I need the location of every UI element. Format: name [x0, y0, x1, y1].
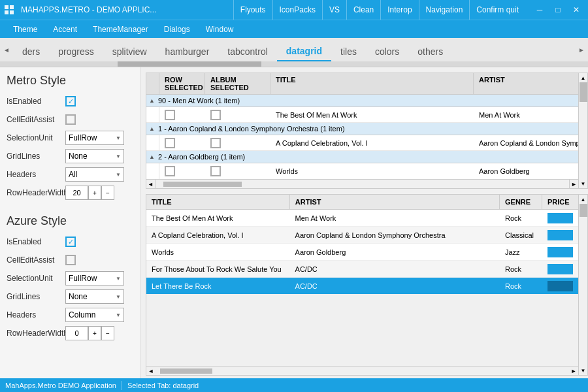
menu-dialogs[interactable]: Dialogs	[156, 20, 198, 39]
azure-row-header-stepper: + −	[65, 326, 114, 340]
metro-row-2-album-checkbox[interactable]	[210, 138, 221, 148]
metro-row-1-album-sel[interactable]	[205, 108, 270, 122]
metro-headers-select[interactable]: All	[65, 167, 124, 182]
azure-row-header-input[interactable]	[65, 326, 88, 340]
metro-is-enabled-checkbox[interactable]	[65, 96, 76, 106]
tab-tiles[interactable]: tiles	[331, 42, 366, 61]
menu-theme[interactable]: Theme	[5, 20, 45, 39]
azure-vscroll-up[interactable]: ▲	[580, 195, 587, 204]
nav-vs[interactable]: VS	[322, 0, 346, 20]
menu-window[interactable]: Window	[198, 20, 242, 39]
tab-progress[interactable]: progress	[49, 42, 103, 61]
metro-row-3-album-sel[interactable]	[205, 165, 270, 178]
metro-gridlines-select[interactable]: None	[65, 149, 124, 163]
azure-row-header-increment[interactable]: +	[88, 326, 101, 340]
metro-group-row-2[interactable]: ▲ 1 - Aaron Copland & London Symphony Or…	[146, 123, 578, 135]
azure-cell-edit-checkbox[interactable]	[65, 255, 76, 265]
metro-row-header-increment[interactable]: +	[88, 186, 101, 200]
tab-scroll-right[interactable]: ►	[575, 38, 588, 61]
metro-vscrollbar[interactable]: ▲ ▼	[579, 73, 588, 189]
nav-confirm-quit[interactable]: Confirm quit	[469, 0, 525, 20]
azure-hscroll-right[interactable]: ►	[569, 367, 578, 376]
metro-data-row-3[interactable]: Worlds Aaron Goldberg	[146, 163, 578, 179]
azure-header-title[interactable]: TITLE	[146, 195, 290, 209]
svg-rect-1	[10, 5, 14, 9]
metro-group-row-3[interactable]: ▲ 2 - Aaron Goldberg (1 item)	[146, 151, 578, 163]
close-button[interactable]: ✕	[567, 0, 585, 20]
metro-vscroll-thumb[interactable]	[580, 82, 587, 102]
nav-clean[interactable]: Clean	[346, 0, 380, 20]
azure-header-genre[interactable]: GENRE	[500, 195, 542, 209]
metro-row-header-row: RowHeaderWidth + −	[7, 186, 133, 200]
azure-row-5-selected[interactable]: Let There Be Rock AC/DC Rock	[146, 278, 578, 295]
nav-interop[interactable]: Interop	[380, 0, 418, 20]
tab-colors[interactable]: colors	[366, 42, 408, 61]
minimize-button[interactable]: ─	[531, 0, 549, 20]
tab-others[interactable]: others	[408, 42, 452, 61]
tab-tabcontrol[interactable]: tabcontrol	[218, 42, 276, 61]
metro-selection-unit-select[interactable]: FullRow	[65, 131, 124, 145]
azure-headers-select[interactable]: Column	[65, 308, 124, 322]
metro-vscroll-down[interactable]: ▼	[580, 179, 587, 188]
metro-row-header-decrement[interactable]: −	[101, 186, 114, 200]
metro-row-3-album-checkbox[interactable]	[210, 166, 221, 176]
tab-datagrid[interactable]: datagrid	[277, 42, 331, 61]
metro-hscrollbar[interactable]: ◄ ►	[146, 180, 579, 189]
nav-navigation[interactable]: Navigation	[419, 0, 470, 20]
tab-splitview[interactable]: splitview	[103, 42, 156, 61]
azure-vscrollbar[interactable]: ▲ ▼	[579, 194, 588, 376]
azure-hscroll-thumb[interactable]	[160, 368, 212, 374]
azure-gridlines-select[interactable]: None	[65, 289, 124, 304]
menu-accent[interactable]: Accent	[45, 20, 85, 39]
metro-header-title[interactable]: TITLE	[270, 73, 474, 94]
metro-hscroll-right[interactable]: ►	[569, 180, 578, 189]
metro-row-3-checkbox[interactable]	[165, 166, 175, 176]
metro-header-artist[interactable]: ARTIST	[474, 73, 578, 94]
metro-group-3-expand-icon[interactable]: ▲	[149, 154, 158, 160]
azure-row-4[interactable]: For Those About To Rock We Salute You AC…	[146, 261, 578, 278]
metro-header-album-selected[interactable]: ALBUM SELECTED	[205, 73, 270, 94]
metro-row-2-artist: Aaron Copland & London Symphony	[474, 138, 578, 148]
tab-scroll-left[interactable]: ◄	[0, 38, 13, 61]
nav-iconpacks[interactable]: IconPacks	[272, 0, 322, 20]
azure-header-price[interactable]: PRICE	[542, 195, 578, 209]
metro-header-row-selected[interactable]: ROW SELECTED	[159, 73, 205, 94]
azure-hscroll-left[interactable]: ◄	[146, 367, 155, 376]
azure-gridlines-row: GridLines None	[7, 289, 133, 304]
metro-data-row-2[interactable]: A Copland Celebration, Vol. I Aaron Copl…	[146, 135, 578, 151]
azure-is-enabled-checkbox[interactable]	[65, 237, 76, 247]
metro-row-2-checkbox[interactable]	[165, 138, 175, 148]
azure-hscrollbar[interactable]: ◄ ►	[146, 367, 579, 376]
nav-flyouts[interactable]: Flyouts	[233, 0, 272, 20]
menu-thememanager[interactable]: ThemeManager	[85, 20, 156, 39]
tab-hamburger[interactable]: hamburger	[156, 42, 219, 61]
metro-row-1-checkbox[interactable]	[165, 110, 175, 120]
azure-row-header-decrement[interactable]: −	[101, 326, 114, 340]
metro-group-1-expand-icon[interactable]: ▲	[149, 97, 158, 104]
azure-selection-unit-select[interactable]: FullRow	[65, 271, 124, 286]
metro-row-1-row-sel[interactable]	[159, 108, 205, 122]
metro-hscroll-left[interactable]: ◄	[146, 180, 155, 189]
metro-row-3-row-sel[interactable]	[159, 165, 205, 178]
azure-header-artist[interactable]: ARTIST	[290, 195, 500, 209]
metro-row-3-title: Worlds	[270, 166, 474, 176]
metro-row-2-album-sel[interactable]	[205, 137, 270, 150]
metro-group-row-1[interactable]: ▲ 90 - Men At Work (1 item)	[146, 95, 578, 107]
azure-vscroll-thumb[interactable]	[580, 204, 587, 217]
metro-row-2-row-sel[interactable]	[159, 137, 205, 150]
tab-ders[interactable]: ders	[13, 42, 49, 61]
svg-rect-2	[5, 10, 8, 14]
metro-vscroll-up[interactable]: ▲	[580, 73, 587, 82]
metro-is-enabled-label: IsEnabled	[7, 97, 65, 106]
metro-cell-edit-checkbox[interactable]	[65, 114, 76, 125]
metro-hscroll-thumb[interactable]	[163, 182, 242, 187]
maximize-button[interactable]: □	[549, 0, 567, 20]
azure-row-2[interactable]: A Copland Celebration, Vol. I Aaron Copl…	[146, 227, 578, 244]
azure-vscroll-down[interactable]: ▼	[580, 366, 587, 375]
azure-row-1[interactable]: The Best Of Men At Work Men At Work Rock	[146, 210, 578, 227]
metro-row-header-input[interactable]	[65, 186, 88, 200]
metro-data-row-1[interactable]: The Best Of Men At Work Men At Work	[146, 107, 578, 123]
azure-row-3[interactable]: Worlds Aaron Goldberg Jazz	[146, 244, 578, 261]
metro-group-2-expand-icon[interactable]: ▲	[149, 125, 158, 132]
metro-row-1-album-checkbox[interactable]	[210, 110, 221, 120]
